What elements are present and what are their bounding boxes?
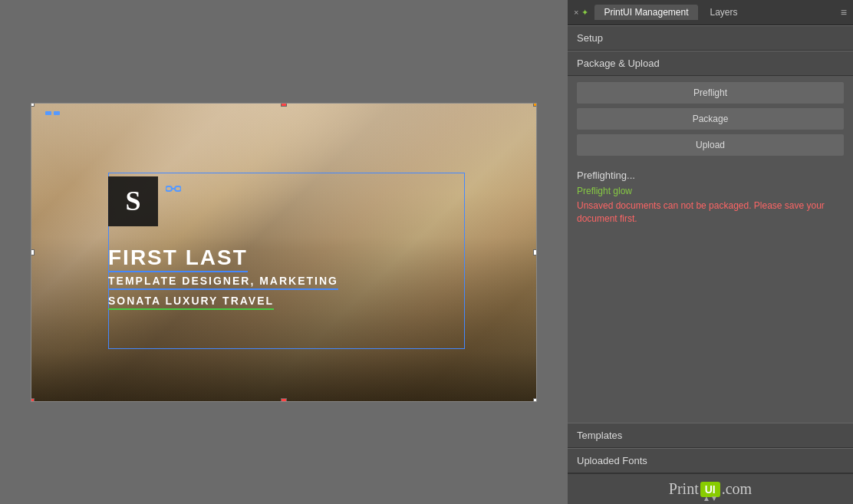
preflight-glow-status: Preflight glow bbox=[577, 186, 844, 196]
preflight-button[interactable]: Preflight bbox=[577, 82, 844, 104]
toolbar-dot-2 bbox=[54, 111, 60, 115]
section-uploaded-fonts-label: Uploaded Fonts bbox=[577, 455, 647, 466]
section-templates-label: Templates bbox=[577, 430, 622, 441]
company-text: SONATA LUXURY TRAVEL bbox=[108, 295, 274, 310]
footer-logo-print: Print bbox=[669, 480, 699, 498]
status-area: Preflighting... Preflight glow Unsaved d… bbox=[568, 162, 853, 423]
logo-box[interactable]: S bbox=[108, 176, 158, 226]
logo-letter: S bbox=[125, 185, 140, 217]
error-message: Unsaved documents can not be packaged. P… bbox=[577, 199, 844, 226]
bottom-sections: Templates Uploaded Fonts bbox=[568, 423, 853, 473]
section-package-upload-label: Package & Upload bbox=[577, 58, 660, 69]
expand-icon[interactable]: ▲▼ bbox=[703, 494, 718, 502]
panel: × ✦ PrintUI Management Layers ≡ Setup Pa… bbox=[568, 0, 853, 504]
handle-middle-right[interactable] bbox=[533, 249, 537, 255]
handle-bottom-center[interactable] bbox=[281, 398, 287, 402]
preflighting-status: Preflighting... bbox=[577, 170, 844, 181]
action-buttons-container: Preflight Package Upload bbox=[568, 76, 853, 162]
footer-logo-com: .com bbox=[722, 480, 752, 498]
title-block[interactable]: TEMPLATE DESIGNER, MARKETING bbox=[108, 274, 338, 288]
handle-bottom-right[interactable] bbox=[533, 398, 537, 402]
section-uploaded-fonts[interactable]: Uploaded Fonts bbox=[568, 448, 853, 473]
diamond-icon: ✦ bbox=[581, 8, 588, 18]
design-canvas[interactable]: S FIRST LAST TEMPLATE DESIGNER, MARKETIN… bbox=[31, 103, 537, 402]
canvas-area: S FIRST LAST TEMPLATE DESIGNER, MARKETIN… bbox=[0, 0, 568, 504]
package-button[interactable]: Package bbox=[577, 108, 844, 130]
handle-top-center[interactable] bbox=[281, 103, 287, 107]
handle-top-left[interactable] bbox=[31, 103, 35, 107]
buildings-overlay bbox=[31, 237, 536, 400]
fog-overlay bbox=[31, 104, 536, 252]
company-block[interactable]: SONATA LUXURY TRAVEL bbox=[108, 294, 274, 308]
close-icon[interactable]: × bbox=[574, 8, 578, 17]
title-text: TEMPLATE DESIGNER, MARKETING bbox=[108, 275, 338, 290]
handle-top-right[interactable] bbox=[533, 103, 537, 107]
section-package-upload[interactable]: Package & Upload bbox=[568, 51, 853, 76]
handle-bottom-left[interactable] bbox=[31, 398, 35, 402]
toolbar-dot-1 bbox=[45, 111, 51, 115]
link-icon bbox=[166, 183, 181, 196]
section-setup-label: Setup bbox=[577, 32, 603, 44]
tab-layers[interactable]: Layers bbox=[701, 5, 747, 20]
upload-button[interactable]: Upload bbox=[577, 134, 844, 156]
name-text: FIRST LAST bbox=[108, 245, 248, 272]
handle-middle-left[interactable] bbox=[31, 249, 35, 255]
panel-header-left: × ✦ PrintUI Management Layers bbox=[574, 5, 747, 20]
toolbar-icons bbox=[45, 111, 60, 115]
section-setup[interactable]: Setup bbox=[568, 25, 853, 51]
svg-rect-1 bbox=[175, 186, 181, 191]
svg-rect-0 bbox=[166, 186, 172, 191]
tab-printui[interactable]: PrintUI Management bbox=[594, 5, 697, 20]
panel-header: × ✦ PrintUI Management Layers ≡ bbox=[568, 0, 853, 25]
menu-icon[interactable]: ≡ bbox=[841, 6, 847, 18]
name-block[interactable]: FIRST LAST bbox=[108, 245, 248, 270]
section-templates[interactable]: Templates bbox=[568, 423, 853, 448]
